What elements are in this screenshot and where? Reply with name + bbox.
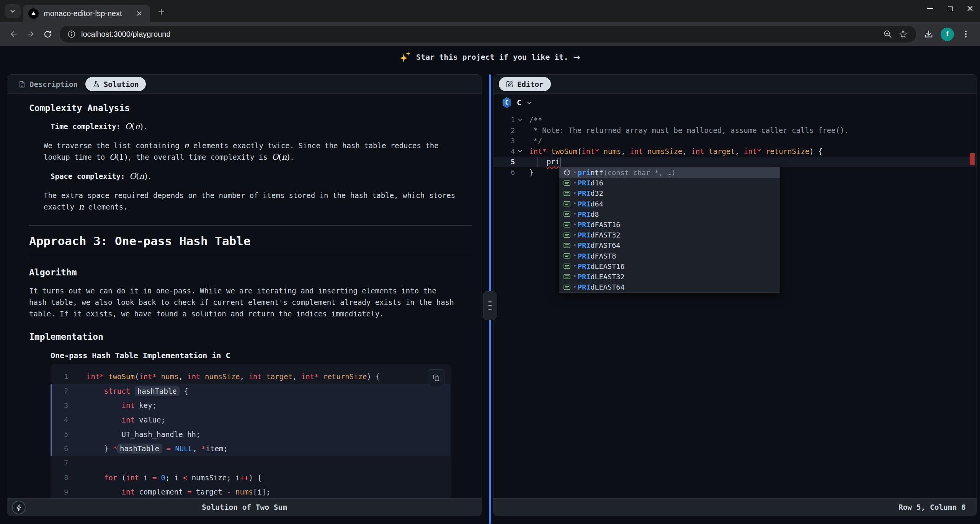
language-selector[interactable]: C C [493, 94, 977, 111]
suggestion-item[interactable]: •PRIdFAST16 [559, 219, 780, 230]
suggestion-item[interactable]: •PRIdFAST64 [559, 240, 780, 251]
editor-line[interactable]: 2 * Note: The returned array must be mal… [493, 125, 977, 135]
bookmark-star-icon[interactable] [895, 26, 911, 42]
doc-heading: Algorithm [29, 267, 472, 277]
arrow-right-icon: → [573, 52, 580, 62]
suggestion-item[interactable]: •PRIdFAST8 [559, 251, 780, 261]
page-content: Star this project if you like it. → Desc… [0, 46, 980, 524]
tab-close-icon[interactable] [134, 8, 145, 19]
suggestion-item[interactable]: •PRIdLEAST32 [559, 272, 780, 282]
browser-tab[interactable]: monaco-editor-lsp-next [23, 5, 150, 22]
monaco-editor[interactable]: 1/**2 * Note: The returned array must be… [493, 111, 977, 498]
math-expression: O(n) [125, 122, 143, 131]
sparkles-icon [400, 51, 411, 63]
grip-dots-icon [487, 300, 493, 311]
c-language-icon: C [502, 97, 512, 108]
zoom-out-icon[interactable] [880, 26, 895, 42]
suggestion-item[interactable]: •PRId16 [559, 178, 780, 188]
text-icon [563, 231, 571, 239]
fold-chevron-icon[interactable] [515, 148, 525, 154]
close-button[interactable] [960, 0, 980, 17]
suggestion-match-text: PRI [578, 241, 590, 249]
suggestion-item[interactable]: •PRId32 [559, 188, 780, 198]
suggestion-item[interactable]: •printf(const char *, …) [559, 167, 780, 178]
text-icon [563, 241, 571, 250]
suggestion-match-text: PRI [578, 210, 590, 218]
tab-description[interactable]: Description [13, 80, 83, 88]
forward-button[interactable] [22, 26, 39, 43]
screen: monaco-editor-lsp-next [0, 0, 980, 524]
chevron-down-icon [10, 8, 16, 14]
suggestion-bullet: • [573, 190, 577, 197]
site-info-icon[interactable] [67, 30, 76, 38]
code-line: 5 UT_hash_handle hh; [51, 427, 451, 442]
tab-search-button[interactable] [5, 4, 21, 18]
doc-divider [29, 225, 472, 226]
back-button[interactable] [5, 26, 22, 43]
code-block: 1int* twoSum(int* nums, int numsSize, in… [51, 364, 451, 498]
code-line: 4 int value; [51, 413, 451, 427]
line-number: 6 [51, 445, 68, 453]
cube-icon [563, 169, 571, 177]
tab-solution[interactable]: Solution [85, 77, 146, 91]
suggestion-match-text: PRI [578, 252, 590, 260]
copy-code-button[interactable] [428, 369, 444, 386]
suggestion-label: ntf [590, 169, 603, 177]
menu-kebab-icon[interactable] [957, 25, 975, 43]
suggestion-label: dLEAST16 [590, 262, 624, 270]
doc-paragraph: Space complexity: O(n). [29, 170, 458, 182]
suggestion-match-text: pri [578, 169, 590, 177]
text-icon [563, 189, 571, 198]
fold-chevron-icon[interactable] [515, 117, 525, 123]
document-icon [18, 80, 26, 88]
indent-guide [537, 157, 538, 167]
address-bar[interactable]: localhost:3000/playground [60, 26, 916, 43]
suggestion-bullet: • [573, 200, 577, 207]
line-number: 6 [493, 168, 515, 176]
editor-statusbar: Row 5, Column 8 [493, 498, 977, 516]
suggestion-label: d64 [590, 200, 603, 208]
autocomplete-widget: •printf(const char *, …)•PRId16•PRId32•P… [559, 167, 780, 293]
editor-line[interactable]: 1/** [493, 115, 977, 125]
suggestion-item[interactable]: •PRId8 [559, 209, 780, 219]
profile-avatar[interactable]: f [941, 28, 954, 41]
minimize-button[interactable] [920, 0, 940, 17]
copy-icon [432, 374, 440, 382]
new-tab-button[interactable] [155, 5, 168, 18]
suggestion-item[interactable]: •PRIdLEAST16 [559, 261, 780, 272]
text-icon [563, 283, 571, 291]
suggestion-item[interactable]: •PRId64 [559, 199, 780, 209]
tab-editor[interactable]: Editor [499, 77, 551, 91]
suggestion-bullet: • [573, 232, 577, 239]
url-text: localhost:3000/playground [81, 30, 880, 39]
line-number: 4 [493, 147, 515, 155]
star-project-banner[interactable]: Star this project if you like it. → [0, 46, 980, 68]
text-icon [563, 262, 571, 270]
quick-action-button[interactable] [12, 501, 26, 514]
suggestion-match-text: PRI [578, 200, 590, 208]
left-statusbar: Solution of Two Sum [7, 498, 482, 516]
suggestion-item[interactable]: •PRIdFAST32 [559, 230, 780, 240]
suggestion-label: dLEAST64 [590, 283, 624, 291]
window-controls [920, 0, 980, 22]
line-number: 8 [51, 473, 68, 481]
code-line: 2 struct hashTable { [51, 384, 451, 398]
suggestion-label: dFAST32 [590, 231, 620, 239]
maximize-button[interactable] [940, 0, 960, 17]
editor-line[interactable]: 5 pri [493, 157, 977, 167]
suggestion-bullet: • [573, 221, 577, 228]
line-number: 5 [493, 158, 515, 166]
editor-line[interactable]: 3 */ [493, 136, 977, 146]
math-expression: O(n) [272, 152, 290, 162]
edit-pencil-icon [506, 80, 513, 88]
editor-line[interactable]: 4int* twoSum(int* nums, int numsSize, in… [493, 146, 977, 156]
code-line: 9 int complement = target - nums[i]; [51, 485, 451, 499]
downloads-icon[interactable] [920, 25, 938, 43]
browser-tabstrip: monaco-editor-lsp-next [0, 0, 980, 22]
tab-solution-label: Solution [104, 80, 139, 88]
panel-resize-handle[interactable] [483, 291, 497, 320]
suggestion-match-text: PRI [578, 189, 590, 197]
suggestion-bullet: • [573, 273, 577, 280]
suggestion-item[interactable]: •PRIdLEAST64 [559, 282, 780, 292]
reload-button[interactable] [39, 26, 56, 43]
